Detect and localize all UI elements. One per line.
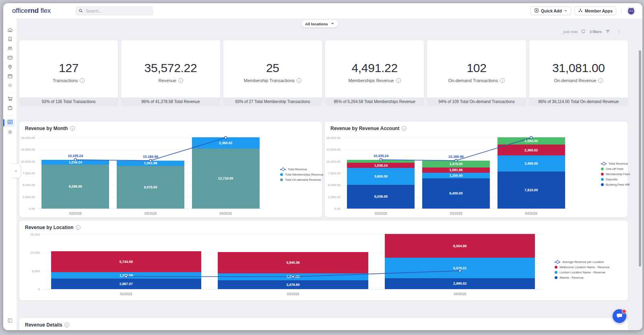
line-point[interactable] — [225, 136, 227, 139]
apps-icon — [578, 8, 583, 14]
legend-item[interactable]: Total Revenue — [280, 168, 323, 171]
info-icon[interactable] — [70, 126, 75, 131]
filters-count-label[interactable]: 3 filters — [589, 29, 602, 34]
line-point[interactable] — [455, 159, 457, 162]
y-tick-label: 10,000.00 — [326, 159, 341, 163]
location-selector[interactable]: All locations — [301, 20, 338, 27]
kpi-footer: 93% of 136 Total Transactions — [19, 97, 118, 105]
info-icon[interactable] — [76, 225, 80, 230]
officernd-logo: officernd flex — [12, 7, 51, 15]
legend-label: One-off Fees — [606, 167, 623, 171]
sidebar-divider — [7, 115, 13, 116]
chat-icon — [616, 312, 623, 320]
line-point[interactable] — [530, 136, 533, 139]
sidebar-item-locations[interactable] — [5, 64, 15, 71]
y-tick-label: 5,000.00 — [23, 183, 35, 187]
more-options-button[interactable] — [617, 29, 621, 34]
y-tick-label: 7,500.00 — [23, 172, 35, 175]
info-icon[interactable] — [297, 78, 301, 83]
kpi-footer: 94% of 109 Total On-demand Transactions — [427, 97, 526, 105]
line-point[interactable] — [380, 159, 382, 161]
sidebar-item-members[interactable] — [5, 46, 15, 52]
legend-item[interactable]: Booking Fees MR — [601, 183, 630, 186]
kpi-footer: 86% of 41,378.58 Total Revenue — [121, 97, 220, 105]
chart-legend: Average Revenue per LocationMelbourne Lo… — [555, 260, 610, 279]
legend-label: Deposits — [606, 178, 617, 181]
filter-icon[interactable] — [605, 29, 610, 34]
kpi-label: Transactions — [53, 78, 85, 83]
analytics-icon — [7, 119, 13, 126]
sidebar-item-analytics[interactable] — [5, 119, 15, 127]
sidebar-item-bookings[interactable] — [5, 74, 15, 80]
y-tick-label: 10,000.00 — [21, 159, 35, 163]
y-tick-label: 10,000 — [30, 251, 40, 254]
global-search[interactable] — [76, 6, 153, 15]
legend-item[interactable]: Membership Fees — [601, 172, 630, 176]
chart-title: Revenue by Revenue Account — [330, 126, 407, 131]
dashboard-meta-row: just now 3 filters — [564, 29, 621, 34]
legend-item[interactable]: Atlanta - Revenue — [555, 276, 610, 279]
legend-item[interactable]: Total On-demand Revenue — [280, 178, 323, 182]
sidebar-item-home[interactable] — [5, 27, 15, 34]
legend-item[interactable]: Deposits — [601, 178, 630, 181]
line-point[interactable] — [74, 159, 76, 161]
kpi-value: 4,491.22 — [351, 61, 397, 75]
revenue-by-month-card: Revenue by Month 0.002,500.005,000.007,5… — [19, 122, 322, 217]
gridline — [43, 289, 543, 290]
chart-legend: Total RevenueTotal Memberships RevenueTo… — [280, 168, 323, 182]
sidebar-item-bookmarks[interactable] — [5, 37, 15, 43]
sidebar-item-settings[interactable] — [5, 130, 15, 136]
quick-add-button[interactable]: Quick Add — [530, 6, 571, 15]
revenue-by-account-plot[interactable]: 0.002,500.005,000.007,500.0010,000.0012,… — [343, 138, 569, 209]
info-icon[interactable] — [80, 78, 85, 83]
kpi-card-revenue: 35,572.22 Revenue 86% of 41,378.58 Total… — [121, 40, 220, 105]
kpi-card-membership-transactions: 25 Membership Transactions 93% of 27 Tot… — [223, 40, 322, 105]
legend-item[interactable]: Average Revenue per Location — [555, 260, 610, 264]
x-tick-label: 02/2025 — [375, 211, 387, 215]
legend-label: Total Revenue — [609, 162, 628, 165]
revenue-by-month-plot[interactable]: 0.002,500.005,000.007,500.0010,000.0012,… — [38, 138, 263, 209]
vertical-scrollbar-thumb[interactable] — [639, 50, 641, 267]
kpi-label: Membership Transactions — [244, 78, 301, 83]
location-pin-icon — [7, 64, 13, 71]
legend-label: Membership Fees — [606, 172, 630, 176]
line-point[interactable] — [125, 275, 127, 278]
legend-line-swatch — [555, 262, 560, 263]
refresh-button[interactable] — [581, 29, 586, 34]
info-icon[interactable] — [402, 126, 407, 131]
sidebar-item-community[interactable] — [5, 83, 15, 89]
line-point[interactable] — [292, 275, 294, 278]
info-icon[interactable] — [500, 78, 505, 83]
line-point[interactable] — [459, 269, 461, 272]
sidebar-item-collapse[interactable] — [5, 318, 15, 325]
legend-item[interactable]: Total Memberships Revenue — [280, 173, 323, 176]
kpi-value: 31,081.00 — [552, 61, 605, 75]
info-icon[interactable] — [396, 78, 401, 83]
info-icon[interactable] — [178, 78, 183, 83]
user-avatar-button[interactable] — [626, 6, 636, 16]
y-tick-label: 12,500.00 — [21, 148, 35, 151]
y-tick-label: 7,500.00 — [328, 172, 341, 175]
line-point[interactable] — [149, 159, 152, 162]
sidebar-item-billing[interactable] — [5, 55, 15, 62]
member-apps-button[interactable]: Member Apps — [574, 6, 616, 15]
chat-button[interactable] — [613, 309, 626, 323]
sidebar-item-marketplace[interactable] — [5, 96, 15, 103]
legend-item[interactable]: London Location Name - Revenue — [555, 271, 610, 274]
legend-item[interactable]: Total Revenue — [601, 162, 630, 165]
y-tick-label: 15,000 — [30, 233, 40, 236]
expand-sidebar-button[interactable] — [11, 163, 21, 178]
revenue-by-location-plot[interactable]: 05,00010,00015,00002/20252,887.071,703.5… — [43, 234, 543, 289]
revenue-by-location-card: Revenue by Location 05,00010,00015,00002… — [19, 221, 628, 300]
topbar-divider — [621, 7, 621, 14]
legend-item[interactable]: Melbourne Location Name - Revenue — [555, 265, 610, 269]
cart-icon — [7, 96, 13, 103]
info-icon[interactable] — [64, 323, 69, 327]
search-input[interactable] — [85, 8, 150, 14]
sidebar-item-jobs[interactable] — [5, 105, 15, 112]
info-icon[interactable] — [598, 78, 603, 83]
legend-item[interactable]: One-off Fees — [601, 167, 630, 171]
topbar-actions: Quick Add Member Apps — [530, 6, 636, 16]
legend-dot-swatch — [280, 173, 283, 176]
community-icon — [7, 83, 13, 90]
